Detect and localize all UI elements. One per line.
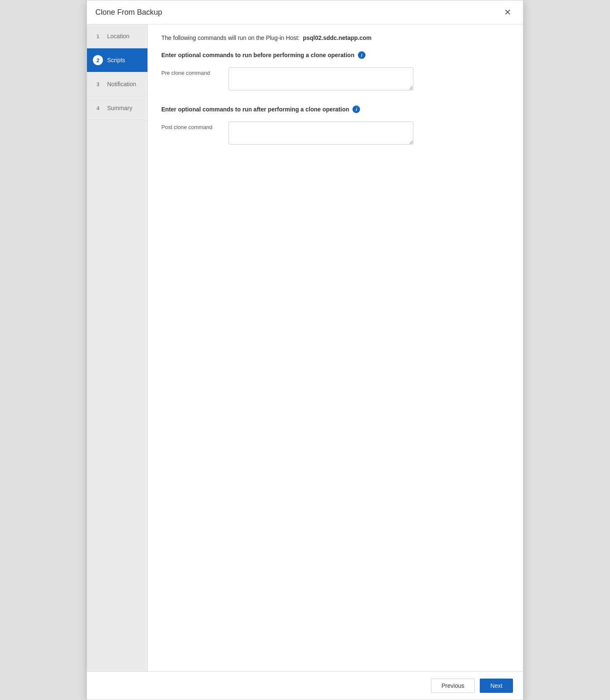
step-number-1: 1 [93,31,103,41]
dialog-body: 1 Location 2 Scripts 3 Notification 4 [87,24,523,671]
main-content: The following commands will run on the P… [148,24,523,671]
step-number-4: 4 [93,103,103,113]
host-info: The following commands will run on the P… [161,34,510,41]
pre-clone-input-wrapper [229,67,413,92]
pre-clone-form-row: Pre clone command [161,67,510,92]
pre-clone-command-input[interactable] [229,67,413,90]
dialog-title: Clone From Backup [95,8,162,17]
step-number-3: 3 [93,79,103,89]
sidebar-item-summary[interactable]: 4 Summary [87,96,147,120]
pre-clone-section-label: Enter optional commands to run before pe… [161,51,510,59]
sidebar: 1 Location 2 Scripts 3 Notification 4 [87,24,148,671]
sidebar-item-scripts[interactable]: 2 Scripts [87,48,147,72]
sidebar-item-notification[interactable]: 3 Notification [87,72,147,96]
close-icon: ✕ [504,8,511,17]
host-name: psql02.sddc.netapp.com [303,34,371,41]
post-clone-info-icon[interactable]: i [352,106,360,113]
post-clone-label: Post clone command [161,122,229,130]
next-button[interactable]: Next [480,679,513,693]
sidebar-label-location: Location [107,33,129,40]
sidebar-label-notification: Notification [107,81,136,87]
post-clone-command-input[interactable] [229,122,413,145]
dialog-footer: Previous Next [87,671,523,700]
pre-clone-info-icon[interactable]: i [358,51,365,59]
clone-from-backup-dialog: Clone From Backup ✕ 1 Location 2 Scripts [87,0,523,700]
dialog-header: Clone From Backup ✕ [87,0,523,24]
post-clone-input-wrapper [229,122,413,146]
post-clone-form-row: Post clone command [161,122,510,146]
sidebar-label-scripts: Scripts [107,57,125,63]
post-clone-section-label: Enter optional commands to run after per… [161,106,510,113]
host-info-prefix: The following commands will run on the P… [161,34,300,41]
sidebar-label-summary: Summary [107,105,132,111]
previous-button[interactable]: Previous [431,679,475,693]
pre-clone-label: Pre clone command [161,67,229,76]
step-number-2: 2 [93,55,103,65]
sidebar-item-location[interactable]: 1 Location [87,24,147,48]
close-button[interactable]: ✕ [501,6,515,18]
